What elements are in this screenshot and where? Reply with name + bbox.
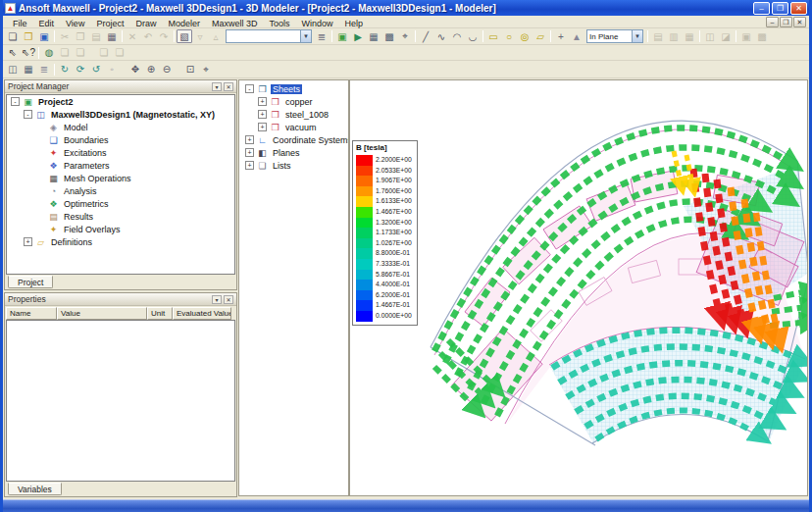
mirror-button[interactable]: ▦ xyxy=(682,29,697,43)
redo-button[interactable]: ↷ xyxy=(156,29,172,43)
save-button[interactable]: ▣ xyxy=(36,29,52,43)
measure-position-button[interactable]: ❏ xyxy=(57,46,73,60)
snap-vertex-button[interactable]: ❏ xyxy=(112,46,127,60)
project-tree-item-results[interactable]: ▤Results xyxy=(7,210,234,223)
project-tree-item-mesh-operations[interactable]: ▦Mesh Operations xyxy=(7,172,234,184)
menu-help[interactable]: Help xyxy=(338,19,369,28)
panel-pin-icon[interactable]: ▾ xyxy=(212,82,222,91)
boolean-unite-button[interactable]: ▣ xyxy=(738,29,754,43)
dynamic-zoom-button[interactable]: ◦ xyxy=(104,63,120,77)
chevron-down-icon[interactable]: ▼ xyxy=(632,30,642,42)
zoom-to-selection-button[interactable]: ⌖ xyxy=(397,29,413,43)
paste-button[interactable]: ▤ xyxy=(88,29,104,43)
field-plot[interactable] xyxy=(350,80,808,496)
modeler-tree-item-vacuum[interactable]: +❒vacuum xyxy=(241,121,348,133)
close-button[interactable]: ✕ xyxy=(790,2,807,15)
modeler-tree-item-planes[interactable]: +◧Planes xyxy=(241,146,348,159)
tree-expander-icon[interactable]: + xyxy=(245,161,254,170)
fit-all-button[interactable]: ⊡ xyxy=(182,63,198,77)
new-button[interactable]: ❏ xyxy=(5,29,21,43)
rotate-button[interactable]: ▥ xyxy=(666,29,682,43)
model-view-button[interactable]: ▧ xyxy=(177,29,192,43)
pan-view-button[interactable]: ✥ xyxy=(127,63,143,77)
tree-expander-icon[interactable]: + xyxy=(245,148,254,157)
zoom-window-button[interactable]: ⌖ xyxy=(198,63,214,77)
draw-ellipse-button[interactable]: ○ xyxy=(501,29,517,43)
tab-variables[interactable]: Variables xyxy=(8,483,62,495)
chevron-down-icon[interactable]: ▼ xyxy=(300,30,311,42)
validate-button[interactable]: ▣ xyxy=(334,29,350,43)
rotate-view-button[interactable]: ↻ xyxy=(57,63,73,77)
modeler-tree-item-copper[interactable]: +❒copper xyxy=(241,95,348,108)
analyze-all-button[interactable]: ▶ xyxy=(350,29,366,43)
solution-data-button[interactable]: ▦ xyxy=(366,29,381,43)
copy-button[interactable]: ❐ xyxy=(73,29,88,43)
orbit-view-button[interactable]: ⟳ xyxy=(73,63,88,77)
undo-button[interactable]: ↶ xyxy=(140,29,156,43)
snap-grid-button[interactable]: ❏ xyxy=(96,46,112,60)
draw-rectangle-button[interactable]: ▭ xyxy=(485,29,501,43)
history-tree-button[interactable]: ≣ xyxy=(314,29,330,43)
menu-project[interactable]: Project xyxy=(90,19,129,28)
draw-arc-center-button[interactable]: ◠ xyxy=(449,29,465,43)
panel-close-icon[interactable]: ✕ xyxy=(224,295,233,304)
zoom-out-button[interactable]: ⊖ xyxy=(159,63,175,77)
modeler-canvas[interactable]: B [tesla] 2.2000E+002.0533E+001.9067E+00… xyxy=(349,79,808,496)
mdi-close-button[interactable]: ✕ xyxy=(793,17,806,27)
draw-spline-button[interactable]: ∿ xyxy=(433,29,449,43)
project-tree-item-maxwell3ddesign1-magnetostatic-xy[interactable]: -◫Maxwell3DDesign1 (Magnetostatic, XY) xyxy=(7,108,234,121)
menu-view[interactable]: View xyxy=(60,19,90,28)
project-tree-item-analysis[interactable]: ◔Analysis xyxy=(7,184,234,197)
tree-expander-icon[interactable]: + xyxy=(245,135,254,144)
menu-draw[interactable]: Draw xyxy=(129,19,162,28)
plane-combo[interactable]: In Plane▼ xyxy=(586,29,643,43)
copy-image-button[interactable]: ◫ xyxy=(5,63,21,77)
grid-display-button[interactable]: ▦ xyxy=(21,63,36,77)
select-cursor-button[interactable]: ⇖ xyxy=(5,46,21,60)
menu-window[interactable]: Window xyxy=(295,19,338,28)
menu-maxwell-3d[interactable]: Maxwell 3D xyxy=(206,19,264,28)
panel-pin-icon[interactable]: ▾ xyxy=(212,295,222,304)
tree-expander-icon[interactable]: - xyxy=(245,84,254,93)
mdi-restore-button[interactable]: ❐ xyxy=(780,17,792,27)
variable-combo[interactable]: ▼ xyxy=(226,29,312,43)
mesh-overlay-button[interactable]: ▩ xyxy=(381,29,397,43)
project-tree-item-optimetrics[interactable]: ❖Optimetrics xyxy=(7,197,234,210)
tab-project[interactable]: Project xyxy=(8,276,53,288)
menu-modeler[interactable]: Modeler xyxy=(162,19,206,28)
draw-circle-button[interactable]: ◎ xyxy=(517,29,533,43)
print-button[interactable]: ▦ xyxy=(104,29,120,43)
minimize-button[interactable]: – xyxy=(753,2,770,15)
tree-expander-icon[interactable]: + xyxy=(258,123,267,131)
tree-expander-icon[interactable]: - xyxy=(11,97,20,106)
tree-expander-icon[interactable]: - xyxy=(24,110,32,119)
project-tree-item-parameters[interactable]: ❖Parameters xyxy=(7,159,234,172)
project-tree-item-boundaries[interactable]: ❑Boundaries xyxy=(7,133,234,146)
tree-expander-icon[interactable]: + xyxy=(258,97,267,106)
menu-file[interactable]: File xyxy=(7,19,33,28)
modeler-tree-item-lists[interactable]: +❏Lists xyxy=(241,159,348,172)
menu-edit[interactable]: Edit xyxy=(33,19,61,28)
draw-line-button[interactable]: ╱ xyxy=(418,29,433,43)
panel-close-icon[interactable]: ✕ xyxy=(224,82,233,91)
project-tree-item-model[interactable]: ◈Model xyxy=(7,121,234,133)
draw-point-button[interactable]: + xyxy=(553,29,569,43)
align-button[interactable]: ◫ xyxy=(702,29,718,43)
modeler-tree-item-sheets[interactable]: -❒Sheets xyxy=(241,82,348,95)
draw-polygon-button[interactable]: ▱ xyxy=(533,29,548,43)
help-cursor-button[interactable]: ⇖? xyxy=(21,46,36,60)
move-button[interactable]: ▤ xyxy=(650,29,666,43)
modeler-tree-item-steel-1008[interactable]: +❒steel_1008 xyxy=(241,108,348,121)
world-coordinates-button[interactable]: ◍ xyxy=(41,46,57,60)
delete-button[interactable]: ✕ xyxy=(125,29,140,43)
axes-display-button[interactable]: ≣ xyxy=(36,63,52,77)
spin-view-button[interactable]: ↺ xyxy=(88,63,104,77)
measure-length-button[interactable]: ❏ xyxy=(73,46,88,60)
tree-expander-icon[interactable]: + xyxy=(24,237,32,246)
project-tree-item-definitions[interactable]: +▱Definitions xyxy=(7,235,234,248)
maximize-button[interactable]: ❐ xyxy=(772,2,788,15)
cut-button[interactable]: ✂ xyxy=(57,29,73,43)
project-tree-item-excitations[interactable]: ✦Excitations xyxy=(7,146,234,159)
menu-tools[interactable]: Tools xyxy=(263,19,295,28)
distribute-button[interactable]: ◪ xyxy=(718,29,734,43)
